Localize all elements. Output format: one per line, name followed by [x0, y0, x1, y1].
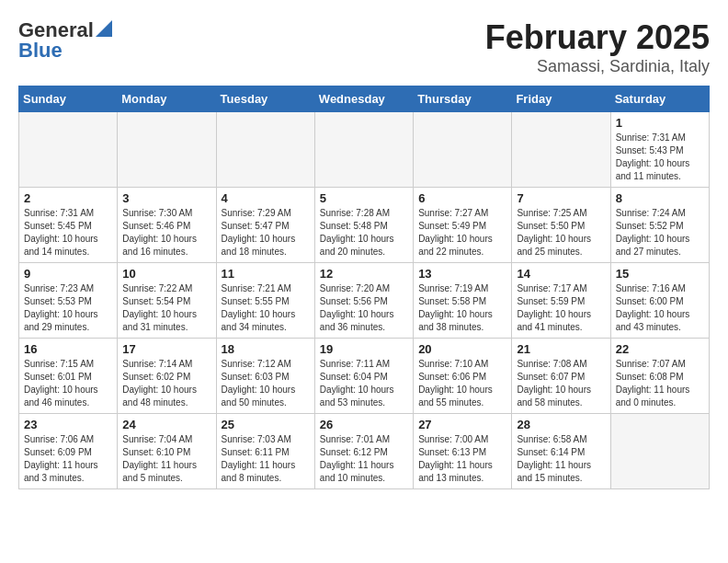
calendar-cell: 17Sunrise: 7:14 AM Sunset: 6:02 PM Dayli…: [118, 339, 216, 414]
day-number: 3: [122, 191, 210, 205]
calendar-cell: 2Sunrise: 7:31 AM Sunset: 5:45 PM Daylig…: [19, 188, 118, 263]
title-block: February 2025 Samassi, Sardinia, Italy: [485, 18, 710, 76]
day-number: 21: [517, 342, 605, 356]
day-info: Sunrise: 7:23 AM Sunset: 5:53 PM Dayligh…: [24, 282, 112, 334]
column-header-sunday: Sunday: [19, 86, 118, 112]
calendar-cell: 15Sunrise: 7:16 AM Sunset: 6:00 PM Dayli…: [610, 263, 709, 339]
calendar-cell: [512, 112, 610, 188]
calendar-cell: 27Sunrise: 7:00 AM Sunset: 6:13 PM Dayli…: [414, 414, 512, 489]
calendar-cell: 11Sunrise: 7:21 AM Sunset: 5:55 PM Dayli…: [216, 263, 314, 339]
page-header: General Blue February 2025 Samassi, Sard…: [18, 18, 710, 76]
column-header-tuesday: Tuesday: [216, 86, 314, 112]
day-number: 24: [122, 418, 210, 431]
calendar-header-row: SundayMondayTuesdayWednesdayThursdayFrid…: [19, 86, 710, 112]
calendar-cell: 23Sunrise: 7:06 AM Sunset: 6:09 PM Dayli…: [19, 414, 118, 489]
day-info: Sunrise: 7:17 AM Sunset: 5:59 PM Dayligh…: [517, 282, 605, 334]
day-number: 15: [616, 267, 704, 281]
calendar-cell: 16Sunrise: 7:15 AM Sunset: 6:01 PM Dayli…: [19, 339, 118, 414]
calendar-cell: [610, 414, 709, 489]
day-info: Sunrise: 7:11 AM Sunset: 6:04 PM Dayligh…: [320, 358, 408, 409]
calendar-cell: [216, 112, 314, 188]
day-info: Sunrise: 7:31 AM Sunset: 5:43 PM Dayligh…: [616, 132, 704, 183]
day-number: 13: [418, 267, 506, 281]
day-info: Sunrise: 7:21 AM Sunset: 5:55 PM Dayligh…: [222, 282, 310, 334]
calendar-cell: [314, 112, 413, 188]
day-number: 4: [222, 191, 310, 205]
day-info: Sunrise: 7:15 AM Sunset: 6:01 PM Dayligh…: [24, 358, 112, 409]
day-info: Sunrise: 7:06 AM Sunset: 6:09 PM Dayligh…: [24, 433, 112, 485]
day-info: Sunrise: 7:25 AM Sunset: 5:50 PM Dayligh…: [517, 207, 605, 259]
logo-triangle-icon: [96, 20, 112, 37]
day-number: 23: [24, 418, 112, 431]
day-number: 12: [320, 267, 408, 281]
day-number: 5: [320, 191, 408, 205]
logo-blue-text: Blue: [18, 39, 63, 63]
day-number: 2: [24, 191, 112, 205]
day-number: 22: [616, 342, 704, 356]
day-info: Sunrise: 7:07 AM Sunset: 6:08 PM Dayligh…: [616, 358, 704, 409]
calendar-cell: 8Sunrise: 7:24 AM Sunset: 5:52 PM Daylig…: [610, 188, 709, 263]
day-info: Sunrise: 7:16 AM Sunset: 6:00 PM Dayligh…: [616, 282, 704, 334]
day-info: Sunrise: 7:19 AM Sunset: 5:58 PM Dayligh…: [418, 282, 506, 334]
day-info: Sunrise: 7:24 AM Sunset: 5:52 PM Dayligh…: [616, 207, 704, 259]
day-number: 11: [222, 267, 310, 281]
day-info: Sunrise: 7:28 AM Sunset: 5:48 PM Dayligh…: [320, 207, 408, 259]
day-number: 7: [517, 191, 605, 205]
day-info: Sunrise: 7:08 AM Sunset: 6:07 PM Dayligh…: [517, 358, 605, 409]
column-header-friday: Friday: [512, 86, 610, 112]
calendar-cell: 6Sunrise: 7:27 AM Sunset: 5:49 PM Daylig…: [414, 188, 512, 263]
day-info: Sunrise: 7:30 AM Sunset: 5:46 PM Dayligh…: [122, 207, 210, 259]
day-info: Sunrise: 6:58 AM Sunset: 6:14 PM Dayligh…: [517, 433, 605, 485]
calendar-week-row: 9Sunrise: 7:23 AM Sunset: 5:53 PM Daylig…: [19, 263, 710, 339]
column-header-wednesday: Wednesday: [314, 86, 413, 112]
day-info: Sunrise: 7:04 AM Sunset: 6:10 PM Dayligh…: [122, 433, 210, 485]
calendar-cell: 14Sunrise: 7:17 AM Sunset: 5:59 PM Dayli…: [512, 263, 610, 339]
calendar-cell: 9Sunrise: 7:23 AM Sunset: 5:53 PM Daylig…: [19, 263, 118, 339]
calendar-cell: 1Sunrise: 7:31 AM Sunset: 5:43 PM Daylig…: [610, 112, 709, 188]
day-number: 16: [24, 342, 112, 356]
day-number: 25: [222, 418, 310, 431]
month-title: February 2025: [485, 18, 710, 57]
day-info: Sunrise: 7:31 AM Sunset: 5:45 PM Dayligh…: [24, 207, 112, 259]
calendar-cell: 22Sunrise: 7:07 AM Sunset: 6:08 PM Dayli…: [610, 339, 709, 414]
calendar-cell: 26Sunrise: 7:01 AM Sunset: 6:12 PM Dayli…: [314, 414, 413, 489]
calendar-cell: 3Sunrise: 7:30 AM Sunset: 5:46 PM Daylig…: [118, 188, 216, 263]
calendar-cell: 20Sunrise: 7:10 AM Sunset: 6:06 PM Dayli…: [414, 339, 512, 414]
day-info: Sunrise: 7:29 AM Sunset: 5:47 PM Dayligh…: [222, 207, 310, 259]
day-info: Sunrise: 7:27 AM Sunset: 5:49 PM Dayligh…: [418, 207, 506, 259]
day-number: 19: [320, 342, 408, 356]
calendar-cell: 10Sunrise: 7:22 AM Sunset: 5:54 PM Dayli…: [118, 263, 216, 339]
calendar-week-row: 16Sunrise: 7:15 AM Sunset: 6:01 PM Dayli…: [19, 339, 710, 414]
day-number: 20: [418, 342, 506, 356]
calendar-week-row: 2Sunrise: 7:31 AM Sunset: 5:45 PM Daylig…: [19, 188, 710, 263]
day-info: Sunrise: 7:14 AM Sunset: 6:02 PM Dayligh…: [122, 358, 210, 409]
calendar-cell: 13Sunrise: 7:19 AM Sunset: 5:58 PM Dayli…: [414, 263, 512, 339]
day-number: 14: [517, 267, 605, 281]
column-header-thursday: Thursday: [414, 86, 512, 112]
calendar-cell: [19, 112, 118, 188]
day-number: 6: [418, 191, 506, 205]
column-header-saturday: Saturday: [610, 86, 709, 112]
calendar-cell: 4Sunrise: 7:29 AM Sunset: 5:47 PM Daylig…: [216, 188, 314, 263]
column-header-monday: Monday: [118, 86, 216, 112]
calendar-table: SundayMondayTuesdayWednesdayThursdayFrid…: [18, 86, 710, 489]
logo: General Blue: [18, 18, 112, 63]
day-number: 8: [616, 191, 704, 205]
day-info: Sunrise: 7:22 AM Sunset: 5:54 PM Dayligh…: [122, 282, 210, 334]
day-number: 17: [122, 342, 210, 356]
day-number: 27: [418, 418, 506, 431]
calendar-cell: [118, 112, 216, 188]
location-title: Samassi, Sardinia, Italy: [485, 57, 710, 76]
day-number: 9: [24, 267, 112, 281]
calendar-cell: 12Sunrise: 7:20 AM Sunset: 5:56 PM Dayli…: [314, 263, 413, 339]
day-number: 1: [616, 116, 704, 130]
calendar-cell: 24Sunrise: 7:04 AM Sunset: 6:10 PM Dayli…: [118, 414, 216, 489]
day-number: 18: [222, 342, 310, 356]
day-number: 26: [320, 418, 408, 431]
calendar-cell: 5Sunrise: 7:28 AM Sunset: 5:48 PM Daylig…: [314, 188, 413, 263]
calendar-cell: 25Sunrise: 7:03 AM Sunset: 6:11 PM Dayli…: [216, 414, 314, 489]
day-info: Sunrise: 7:12 AM Sunset: 6:03 PM Dayligh…: [222, 358, 310, 409]
calendar-week-row: 23Sunrise: 7:06 AM Sunset: 6:09 PM Dayli…: [19, 414, 710, 489]
calendar-week-row: 1Sunrise: 7:31 AM Sunset: 5:43 PM Daylig…: [19, 112, 710, 188]
calendar-cell: 7Sunrise: 7:25 AM Sunset: 5:50 PM Daylig…: [512, 188, 610, 263]
